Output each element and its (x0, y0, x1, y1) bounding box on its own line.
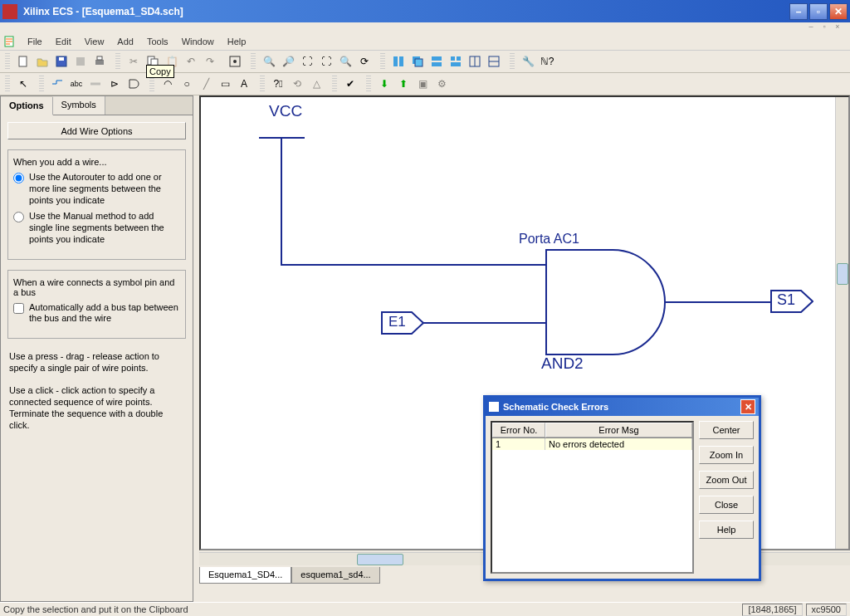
tools-button[interactable]: 🔧 (519, 52, 537, 71)
zoom-fit-button[interactable]: ⛶ (298, 52, 316, 71)
zoom-area-button[interactable]: ⛶ (317, 52, 335, 71)
maximize-button[interactable]: ▫ (809, 3, 828, 20)
scroll-thumb[interactable] (837, 263, 848, 285)
hierarchy-up-button[interactable]: ⬆ (394, 75, 413, 93)
toolbar-grip[interactable] (380, 53, 385, 70)
center-button[interactable]: Center (699, 421, 754, 439)
col-error-msg[interactable]: Error Msg (545, 423, 692, 438)
check-tool[interactable]: ✔ (341, 75, 359, 93)
rect-tool[interactable]: ▭ (216, 75, 234, 93)
mdi-close-button[interactable]: × (832, 22, 843, 32)
text-tool[interactable]: A (235, 75, 253, 93)
query-tool[interactable]: ?⃞ (269, 75, 287, 93)
svg-rect-1 (19, 56, 27, 66)
toolbar-grip[interactable] (251, 53, 256, 70)
tab-symbols[interactable]: Symbols (53, 96, 105, 115)
window-arrange1-button[interactable] (427, 52, 446, 71)
menu-view[interactable]: View (78, 35, 111, 50)
toolbar-grip[interactable] (510, 53, 515, 70)
tab-options[interactable]: Options (1, 97, 53, 115)
menu-file[interactable]: File (21, 35, 49, 50)
rotate-tool[interactable]: ⟲ (288, 75, 306, 93)
and-gate[interactable] (545, 249, 678, 355)
menu-help[interactable]: Help (221, 35, 253, 50)
zoom-out-button[interactable]: 🔎 (279, 52, 297, 71)
menu-window[interactable]: Window (175, 35, 221, 50)
add-wire-options-button[interactable]: Add Wire Options (7, 122, 186, 139)
toolbar-grip[interactable] (115, 53, 120, 70)
toolbar-grip[interactable] (39, 76, 44, 92)
window-layout2-button[interactable] (485, 52, 503, 71)
doc-tab-2[interactable]: esquema1_sd4... (291, 567, 379, 584)
context-help-button[interactable]: ℕ? (538, 52, 556, 71)
net-name-tool[interactable]: abc (67, 75, 85, 93)
sidebar: Options Symbols Add Wire Options When yo… (0, 95, 193, 602)
snap-button[interactable] (226, 52, 244, 71)
hierarchy-down-button[interactable]: ⬇ (375, 75, 393, 93)
bus-tool[interactable] (86, 75, 105, 93)
select-tool[interactable]: ↖ (14, 75, 32, 93)
close-button[interactable]: ✕ (829, 3, 848, 20)
circle-tool[interactable]: ○ (178, 75, 196, 93)
toolbar-grip[interactable] (260, 76, 265, 92)
toolbar-2: ↖ abc ⊳ ◠ ○ ╱ ▭ A ?⃞ ⟲ △ ✔ ⬇ ⬆ ▣ ⚙ (0, 73, 850, 95)
close-button[interactable]: Close (699, 496, 754, 514)
wire-to-and-top (281, 264, 546, 266)
generate-button[interactable]: ⚙ (432, 75, 451, 93)
zoom-in-button[interactable]: Zoom In (699, 446, 754, 464)
zoom-in-button[interactable]: 🔍 (260, 52, 278, 71)
window-arrange2-button[interactable] (447, 52, 465, 71)
toolbar-grip[interactable] (5, 76, 10, 92)
window-cascade-button[interactable] (408, 52, 427, 71)
group-intro: When you add a wire... (13, 157, 180, 167)
mdi-minimize-button[interactable]: – (805, 22, 817, 32)
toolbar-grip[interactable] (5, 53, 10, 70)
opt-bustap-checkbox[interactable] (13, 303, 24, 314)
open-button[interactable] (33, 52, 51, 71)
error-list[interactable]: Error No. Error Msg 1 No errors detected (491, 421, 694, 574)
io-marker-tool[interactable]: ⊳ (105, 75, 124, 93)
save-all-button[interactable] (71, 52, 90, 71)
minimize-button[interactable]: – (789, 3, 808, 20)
doc-tab-1[interactable]: Esquema1_SD4... (199, 567, 291, 584)
svg-point-10 (233, 60, 237, 63)
menu-tools[interactable]: Tools (140, 35, 175, 50)
save-button[interactable] (52, 52, 71, 71)
svg-rect-19 (451, 62, 461, 66)
sidebar-body: Add Wire Options When you add a wire... … (1, 115, 193, 447)
scroll-thumb[interactable] (357, 554, 403, 565)
help-button[interactable]: Help (699, 521, 754, 539)
new-button[interactable] (14, 52, 32, 71)
zoom-out-button[interactable]: Zoom Out (699, 471, 754, 489)
mdi-restore-button[interactable]: ▫ (818, 22, 830, 32)
col-error-no[interactable]: Error No. (492, 423, 545, 438)
toolbar-grip[interactable] (332, 76, 337, 92)
window-layout1-button[interactable] (466, 52, 484, 71)
wire-tool[interactable] (48, 75, 66, 93)
error-row[interactable]: 1 No errors detected (492, 438, 692, 450)
undo-button[interactable]: ↶ (182, 52, 200, 71)
opt-manual-radio[interactable] (13, 212, 24, 222)
refresh-button[interactable]: ⟳ (355, 52, 374, 71)
menu-edit[interactable]: Edit (49, 35, 78, 50)
create-symbol-button[interactable]: ▣ (413, 75, 432, 93)
dialog-titlebar[interactable]: Schematic Check Errors ✕ (486, 398, 759, 416)
svg-rect-16 (432, 62, 442, 66)
redo-button[interactable]: ↷ (201, 52, 219, 71)
mirror-tool[interactable]: △ (307, 75, 325, 93)
toolbar-grip[interactable] (366, 76, 371, 92)
toolbar-grip[interactable] (149, 76, 154, 92)
opt-autorouter-radio[interactable] (13, 173, 24, 183)
menu-bar: File Edit View Add Tools Window Help (0, 35, 850, 51)
dialog-close-button[interactable]: ✕ (740, 399, 755, 414)
cut-button[interactable]: ✂ (125, 52, 143, 71)
menu-add[interactable]: Add (110, 35, 140, 50)
window-tile-button[interactable] (389, 52, 408, 71)
vertical-scrollbar[interactable] (835, 97, 848, 549)
zoom-select-button[interactable]: 🔍 (336, 52, 354, 71)
document-tabs: Esquema1_SD4... esquema1_sd4... (199, 567, 380, 584)
label-s1: S1 (777, 291, 795, 309)
print-button[interactable] (90, 52, 109, 71)
line-tool[interactable]: ╱ (197, 75, 215, 93)
symbol-tool[interactable] (125, 75, 143, 93)
